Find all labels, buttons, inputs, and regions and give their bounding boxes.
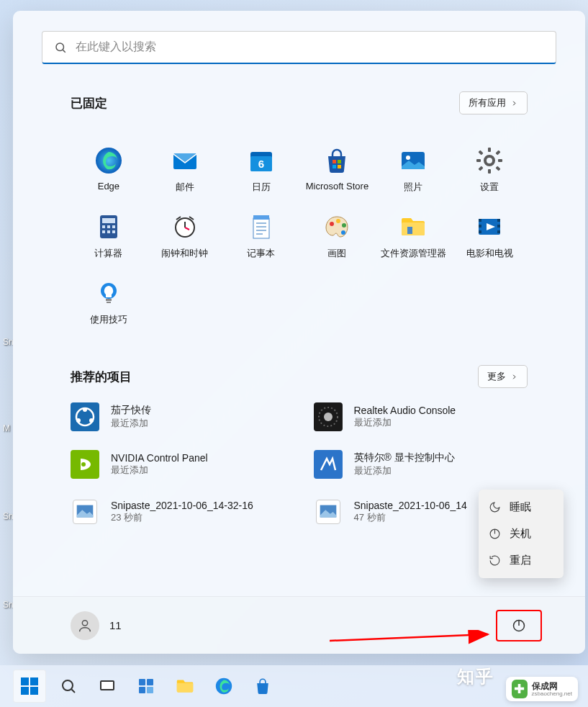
pinned-label: Edge [98, 181, 119, 192]
desktop-icon-label: M [3, 423, 10, 433]
chevron-right-icon [510, 99, 518, 107]
pinned-app-calendar[interactable]: 6日历 [223, 145, 299, 195]
reco-title: NVIDIA Control Panel [111, 452, 208, 464]
taskbar-start[interactable] [13, 670, 46, 703]
svg-rect-75 [21, 677, 29, 685]
intel-icon [314, 450, 343, 479]
user-account[interactable]: 11 [71, 611, 122, 640]
taskbar-search[interactable] [52, 670, 85, 703]
svg-point-14 [406, 156, 410, 160]
power-menu: 睡眠 关机 重启 [479, 490, 564, 578]
power-sleep[interactable]: 睡眠 [479, 494, 564, 521]
search-icon [54, 41, 67, 54]
pinned-app-notepad[interactable]: 记事本 [223, 211, 299, 261]
moon-icon [489, 501, 501, 513]
taskbar-edge[interactable] [207, 670, 240, 703]
notepad-icon [247, 212, 276, 241]
paint-icon [322, 212, 351, 241]
svg-point-59 [76, 418, 81, 423]
watermark-name: 保成网 [532, 682, 573, 690]
folder-icon [399, 212, 428, 241]
power-button[interactable] [496, 610, 542, 641]
power-restart-label: 重启 [510, 554, 531, 567]
site-watermark: ✚ 保成网zsbaocheng.net [506, 677, 578, 701]
mail-icon [171, 146, 199, 175]
svg-point-68 [82, 620, 87, 625]
pinned-app-photos[interactable]: 照片 [375, 145, 451, 195]
svg-rect-53 [497, 230, 500, 233]
svg-rect-49 [479, 225, 481, 228]
taskbar [0, 665, 588, 707]
pinned-label: 计算器 [94, 247, 122, 260]
pinned-app-explorer[interactable]: 文件资源管理器 [375, 211, 451, 261]
pinned-label: Microsoft Store [306, 181, 368, 192]
pinned-label: 文件资源管理器 [381, 247, 446, 260]
pinned-label: 日历 [252, 181, 271, 194]
svg-text:6: 6 [258, 158, 263, 170]
pinned-app-movies[interactable]: 电影和电视 [451, 211, 528, 261]
pinned-app-settings[interactable]: 设置 [451, 145, 528, 195]
search-box[interactable]: 在此键入以搜索 [42, 31, 556, 64]
reco-sub: 最近添加 [111, 417, 151, 430]
store-icon [253, 677, 272, 695]
more-button[interactable]: 更多 [478, 365, 528, 388]
avatar-icon [71, 611, 99, 640]
taskbar-store[interactable] [246, 670, 279, 703]
svg-point-79 [63, 680, 73, 690]
restart-icon [489, 554, 501, 567]
svg-rect-20 [496, 166, 501, 171]
photos-icon [399, 146, 428, 175]
pinned-app-alarms[interactable]: 闹钟和时钟 [147, 211, 223, 261]
pinned-app-store[interactable]: Microsoft Store [299, 145, 376, 195]
reco-sub: 最近添加 [111, 464, 208, 477]
reco-item-realtek[interactable]: Realtek Audio Console最近添加 [314, 402, 528, 431]
svg-rect-84 [147, 679, 153, 685]
reco-item-intel[interactable]: 英特尔® 显卡控制中心最近添加 [314, 450, 528, 479]
svg-rect-44 [402, 222, 425, 235]
reco-title: Snipaste_2021-10-06_14 [354, 500, 467, 511]
svg-rect-34 [253, 218, 269, 238]
svg-rect-17 [476, 159, 481, 162]
pinned-app-calculator[interactable]: 计算器 [71, 211, 147, 261]
pinned-label: 电影和电视 [466, 247, 513, 260]
taskbar-explorer[interactable] [168, 670, 202, 703]
pinned-app-paint[interactable]: 画图 [299, 211, 376, 261]
svg-rect-16 [488, 169, 491, 174]
store-icon [322, 146, 351, 175]
svg-rect-10 [338, 160, 341, 163]
image-file-icon [73, 500, 97, 524]
svg-rect-21 [479, 166, 484, 171]
reco-sub: 最近添加 [354, 416, 456, 429]
power-shutdown[interactable]: 关机 [479, 521, 564, 547]
pinned-app-tips[interactable]: 使用技巧 [71, 277, 147, 328]
svg-rect-52 [497, 225, 500, 228]
reco-item-shareit[interactable]: 茄子快传最近添加 [71, 402, 285, 431]
power-icon [512, 618, 526, 633]
svg-rect-50 [479, 230, 481, 233]
edge-icon [94, 146, 123, 175]
pinned-label: 邮件 [176, 181, 194, 194]
svg-point-0 [56, 43, 64, 51]
svg-rect-35 [253, 215, 269, 220]
chevron-right-icon [510, 373, 518, 381]
svg-rect-28 [102, 230, 105, 233]
power-restart[interactable]: 重启 [479, 547, 564, 574]
taskbar-widgets[interactable] [130, 670, 163, 703]
svg-rect-86 [147, 687, 153, 693]
svg-rect-56 [107, 302, 111, 303]
all-apps-button[interactable]: 所有应用 [459, 91, 528, 114]
svg-line-1 [63, 50, 65, 52]
svg-rect-85 [139, 687, 145, 693]
reco-title: Realtek Audio Console [354, 405, 456, 416]
svg-point-60 [89, 418, 94, 423]
svg-point-62 [324, 413, 333, 421]
svg-rect-87 [177, 683, 193, 693]
svg-rect-83 [139, 679, 145, 685]
windows-icon [19, 676, 40, 696]
reco-item-nvidia[interactable]: NVIDIA Control Panel最近添加 [71, 450, 285, 479]
taskbar-taskview[interactable] [91, 670, 124, 703]
pinned-app-mail[interactable]: 邮件 [147, 145, 223, 195]
pinned-app-edge[interactable]: Edge [71, 145, 147, 195]
pinned-label: 闹钟和时钟 [161, 247, 208, 260]
reco-item-snipaste1[interactable]: Snipaste_2021-10-06_14-32-1623 秒前 [71, 497, 285, 526]
